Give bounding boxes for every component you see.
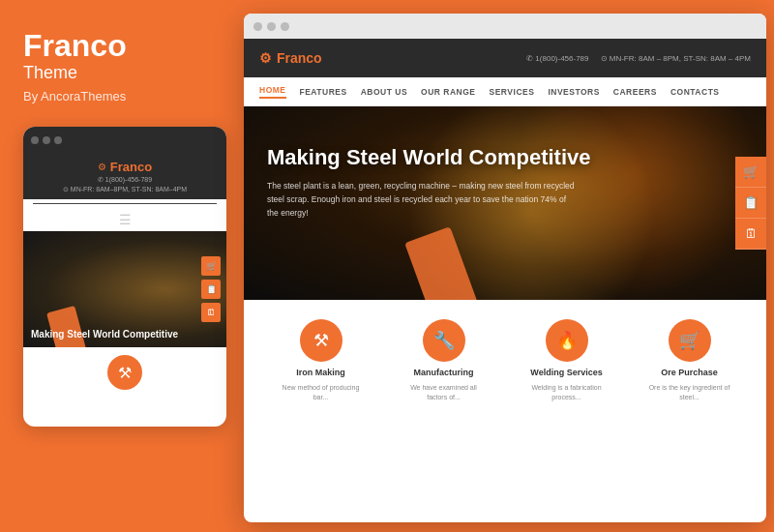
nav-item-services[interactable]: SERVICES xyxy=(490,87,535,97)
desktop-header: ⚙ Franco ✆ 1(800)-456-789 ⊙ MN-FR: 8AM –… xyxy=(244,39,766,77)
desktop-nav: HOME FEATURES ABOUT US OUR RANGE SERVICE… xyxy=(244,77,766,106)
side-icon-cal[interactable]: 🗓 xyxy=(735,219,766,250)
desktop-top-bar xyxy=(244,14,766,39)
feature-ore-purchase: 🛒 Ore Purchase Ore is the key ingredient… xyxy=(628,319,751,402)
side-icon-list[interactable]: 📋 xyxy=(735,188,766,219)
mobile-dot-3 xyxy=(54,136,62,144)
feature-title-mfg: Manufacturing xyxy=(414,368,474,377)
desktop-hours: ⊙ MN-FR: 8AM – 8PM, ST-SN: 8AM – 4PM xyxy=(601,54,751,63)
feature-circle-iron: ⚒ xyxy=(300,319,342,362)
mobile-cart-icons: 🛒 📋 🗓 xyxy=(201,256,221,322)
nav-item-features[interactable]: FEATURES xyxy=(300,87,347,97)
desktop-hero: Making Steel World Competitive The steel… xyxy=(244,106,766,300)
features-section: ⚒ Iron Making New method of producing ba… xyxy=(244,300,766,414)
mobile-dot-2 xyxy=(43,136,50,144)
desktop-header-right: ✆ 1(800)-456-789 ⊙ MN-FR: 8AM – 8PM, ST-… xyxy=(526,54,751,63)
feature-desc-iron: New method of producing bar... xyxy=(278,383,365,402)
hero-side-icons: 🛒 📋 🗓 xyxy=(735,157,766,250)
desktop-phone: ✆ 1(800)-456-789 xyxy=(526,54,588,63)
mobile-dot-1 xyxy=(31,136,39,144)
feature-welding: 🔥 Welding Services Welding is a fabricat… xyxy=(505,319,628,402)
mobile-logo-text: Franco xyxy=(110,160,152,174)
mobile-icon-cal[interactable]: 🗓 xyxy=(201,303,221,322)
mobile-icon-list[interactable]: 📋 xyxy=(201,280,221,299)
desktop-dot-3 xyxy=(281,22,289,31)
brand-author: By AncoraThemes xyxy=(23,89,126,103)
left-panel: Franco Theme By AncoraThemes ⚙ Franco ✆ … xyxy=(0,0,240,532)
feature-circle-ore: 🛒 xyxy=(669,319,711,362)
nav-item-range[interactable]: OUR RANGE xyxy=(421,87,475,97)
mobile-footer: ⚒ xyxy=(23,347,226,398)
feature-title-ore: Ore Purchase xyxy=(661,368,718,377)
mobile-top-bar xyxy=(23,127,226,154)
mobile-hero: Making Steel World Competitive 🛒 📋 🗓 xyxy=(23,231,226,347)
mobile-divider xyxy=(33,203,217,204)
desktop-gear-icon: ⚙ xyxy=(259,50,272,66)
feature-desc-mfg: We have examined all factors of... xyxy=(401,383,488,402)
mobile-mockup: ⚙ Franco ✆ 1(800)-456-789 ⊙ MN-FR: 8AM–8… xyxy=(23,127,226,427)
nav-item-home[interactable]: HOME xyxy=(259,85,286,99)
hero-subtitle: The steel plant is a lean, green, recycl… xyxy=(267,180,577,220)
brand-subtitle: Theme xyxy=(23,63,77,83)
mobile-icon-cart[interactable]: 🛒 xyxy=(201,256,221,276)
desktop-dot-1 xyxy=(253,22,262,31)
hamburger-icon[interactable]: ☰ xyxy=(23,208,226,231)
mobile-circle-icon: ⚒ xyxy=(107,355,142,390)
nav-item-about[interactable]: ABOUT US xyxy=(361,87,407,97)
mobile-gear-icon: ⚙ xyxy=(98,162,106,172)
side-icon-cart[interactable]: 🛒 xyxy=(735,157,766,188)
feature-manufacturing: 🔧 Manufacturing We have examined all fac… xyxy=(382,319,505,402)
mobile-logo-line: ⚙ Franco xyxy=(98,160,152,174)
mobile-hours: ⊙ MN-FR: 8AM–8PM, ST-SN: 8AM–4PM xyxy=(63,186,187,193)
mobile-phone: ✆ 1(800)-456-789 xyxy=(98,176,152,184)
desktop-logo-text: Franco xyxy=(277,50,322,66)
feature-desc-weld: Welding is a fabrication process... xyxy=(523,383,610,402)
feature-iron-making: ⚒ Iron Making New method of producing ba… xyxy=(259,319,382,402)
mobile-header: ⚙ Franco ✆ 1(800)-456-789 ⊙ MN-FR: 8AM–8… xyxy=(23,154,226,199)
feature-circle-mfg: 🔧 xyxy=(423,319,465,362)
feature-desc-ore: Ore is the key ingredient of steel... xyxy=(646,383,733,402)
feature-circle-weld: 🔥 xyxy=(546,319,588,362)
desktop-mockup: ⚙ Franco ✆ 1(800)-456-789 ⊙ MN-FR: 8AM –… xyxy=(244,14,766,522)
nav-item-careers[interactable]: CAREERS xyxy=(613,87,657,97)
brand-title: Franco xyxy=(23,29,127,63)
hero-content: Making Steel World Competitive The steel… xyxy=(244,106,766,220)
nav-item-contacts[interactable]: CONTACTS xyxy=(670,87,720,97)
desktop-dot-2 xyxy=(267,22,276,31)
nav-item-investors[interactable]: INVESTORS xyxy=(548,87,599,97)
hero-title: Making Steel World Competitive xyxy=(267,145,743,170)
feature-title-iron: Iron Making xyxy=(296,368,345,377)
mobile-hero-title: Making Steel World Competitive xyxy=(31,329,219,340)
desktop-logo: ⚙ Franco xyxy=(259,50,322,66)
feature-title-weld: Welding Services xyxy=(530,368,602,377)
